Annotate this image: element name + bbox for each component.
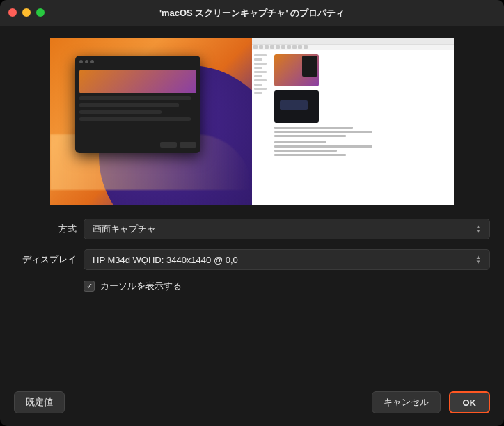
display-row: ディスプレイ HP M34d WQHD: 3440x1440 @ 0,0 ▲▼ xyxy=(14,249,490,270)
close-window-icon[interactable] xyxy=(8,8,17,17)
zoom-window-icon[interactable] xyxy=(36,8,45,17)
show-cursor-checkbox[interactable]: ✓ xyxy=(84,281,95,292)
preview-doc-thumb-icon xyxy=(274,54,319,86)
cursor-checkbox-row: ✓ カーソルを表示する xyxy=(14,280,490,292)
stepper-icon: ▲▼ xyxy=(473,253,484,266)
display-label: ディスプレイ xyxy=(14,253,77,266)
cancel-button-label: キャンセル xyxy=(384,396,429,409)
traffic-lights xyxy=(8,8,45,17)
preview-desktop-left xyxy=(50,38,252,205)
cancel-button[interactable]: キャンセル xyxy=(372,391,441,413)
checkmark-icon: ✓ xyxy=(86,282,93,291)
method-row: 方式 画面キャプチャ ▲▼ xyxy=(14,219,490,239)
form-area: 方式 画面キャプチャ ▲▼ ディスプレイ HP M34d WQHD: 3440x… xyxy=(14,219,490,292)
defaults-button-label: 既定値 xyxy=(26,396,53,409)
stepper-icon: ▲▼ xyxy=(473,223,484,235)
preview-container xyxy=(14,38,490,205)
minimize-window-icon[interactable] xyxy=(22,8,31,17)
window-title: 'macOS スクリーンキャプチャ' のプロパティ xyxy=(159,7,345,19)
method-select-value: 画面キャプチャ xyxy=(93,223,156,235)
preview-app-window-icon xyxy=(75,56,200,153)
display-select-value: HP M34d WQHD: 3440x1440 @ 0,0 xyxy=(93,255,238,265)
preview-browser-right xyxy=(252,38,454,205)
method-label: 方式 xyxy=(14,223,77,235)
titlebar: 'macOS スクリーンキャプチャ' のプロパティ xyxy=(0,0,504,26)
display-select[interactable]: HP M34d WQHD: 3440x1440 @ 0,0 ▲▼ xyxy=(84,249,490,270)
button-bar: 既定値 キャンセル OK xyxy=(14,391,490,413)
show-cursor-label: カーソルを表示する xyxy=(100,280,182,292)
preview-doc-thumb-icon xyxy=(274,90,319,123)
dialog-content: 方式 画面キャプチャ ▲▼ ディスプレイ HP M34d WQHD: 3440x… xyxy=(0,26,504,426)
method-select[interactable]: 画面キャプチャ ▲▼ xyxy=(84,219,490,239)
defaults-button[interactable]: 既定値 xyxy=(14,391,65,413)
dialog-window: 'macOS スクリーンキャプチャ' のプロパティ xyxy=(0,0,504,426)
ok-button[interactable]: OK xyxy=(449,391,491,413)
capture-preview xyxy=(50,38,454,205)
ok-button-label: OK xyxy=(463,397,477,408)
